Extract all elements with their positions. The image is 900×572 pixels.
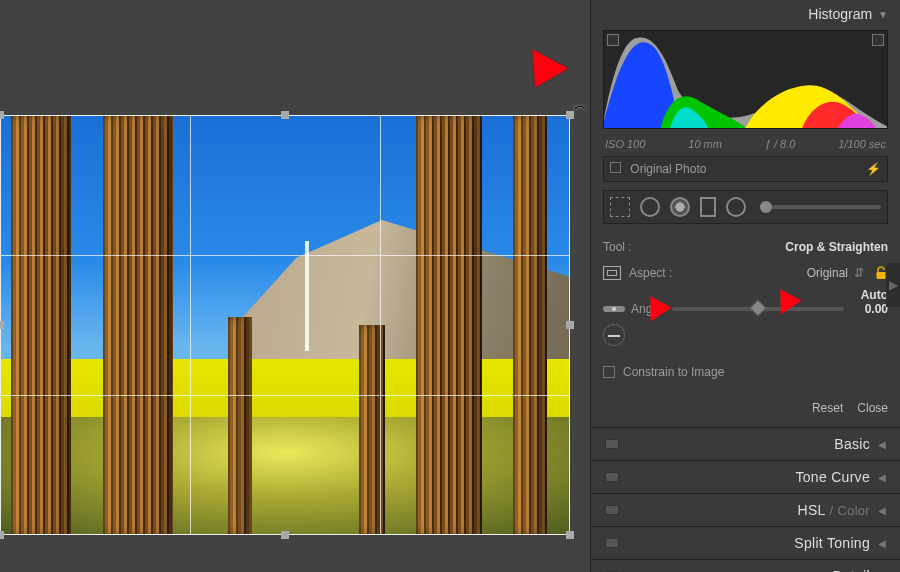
expand-icon: ◀ (878, 505, 886, 516)
crop-handle-tl[interactable] (0, 111, 4, 119)
histogram-title: Histogram (808, 6, 872, 22)
aspect-label: Aspect : (629, 266, 672, 280)
constrain-row[interactable]: Constrain to Image (603, 355, 888, 393)
constrain-label: Constrain to Image (623, 365, 724, 379)
tool-name: Crop & Straighten (785, 240, 888, 254)
panel-basic[interactable]: Basic ◀ (591, 427, 900, 460)
panel-split-toning[interactable]: Split Toning ◀ (591, 526, 900, 559)
angle-value[interactable]: 0.00 (854, 302, 888, 316)
local-tools-strip (603, 190, 888, 224)
panel-expand-grip[interactable]: ▶ (886, 263, 900, 307)
crop-handle-tr[interactable] (566, 111, 574, 119)
redeye-tool-icon[interactable] (670, 197, 690, 217)
panel-detail[interactable]: Detail ◀ (591, 559, 900, 572)
crop-handle-r[interactable] (566, 321, 574, 329)
angle-slider[interactable] (672, 307, 844, 311)
panel-hsl-color[interactable]: HSL / Color ◀ (591, 493, 900, 526)
panel-switch-icon[interactable] (605, 439, 619, 449)
spot-removal-icon[interactable] (640, 197, 660, 217)
radial-filter-icon[interactable] (726, 197, 746, 217)
crop-handle-t[interactable] (281, 111, 289, 119)
brush-size-slider[interactable] (760, 205, 881, 209)
meta-shutter: 1/100 sec (838, 138, 886, 150)
level-icon[interactable] (603, 303, 625, 315)
tool-label: Tool : (603, 240, 632, 254)
auto-button[interactable]: Auto (861, 288, 888, 302)
annotation-arrow (508, 50, 568, 115)
panel-tone-curve[interactable]: Tone Curve ◀ (591, 460, 900, 493)
aspect-switch-icon[interactable]: ⇵ (854, 266, 864, 280)
rotate-cursor-icon: ⤺ (574, 99, 586, 115)
expand-icon: ◀ (878, 439, 886, 450)
crop-handle-bl[interactable] (0, 531, 4, 539)
meta-iso: ISO 100 (605, 138, 645, 150)
svg-point-2 (612, 307, 616, 311)
close-button[interactable]: Close (857, 401, 888, 415)
original-photo-checkbox[interactable] (610, 162, 621, 173)
crop-frame[interactable]: ⤺ (0, 115, 570, 535)
constrain-checkbox[interactable] (603, 366, 615, 378)
aspect-value[interactable]: Original (807, 266, 848, 280)
right-panel: Histogram ▼ ISO 100 10 mm ƒ / 8.0 1/100 … (590, 0, 900, 572)
original-photo-row[interactable]: Original Photo ⚡ (603, 156, 888, 182)
aspect-icon[interactable] (603, 266, 621, 280)
shadow-clip-indicator[interactable] (607, 34, 619, 46)
reset-button[interactable]: Reset (812, 401, 843, 415)
collapse-icon: ▼ (878, 9, 888, 20)
panel-switch-icon[interactable] (605, 505, 619, 515)
meta-fstop: ƒ / 8.0 (765, 138, 796, 150)
expand-icon: ◀ (878, 538, 886, 549)
panel-switch-icon[interactable] (605, 472, 619, 482)
crop-border (0, 115, 570, 535)
crop-handle-l[interactable] (0, 321, 4, 329)
editor-canvas[interactable]: ⤺ (0, 0, 590, 572)
histogram-header[interactable]: Histogram ▼ (591, 0, 900, 26)
exif-meta: ISO 100 10 mm ƒ / 8.0 1/100 sec (591, 135, 900, 156)
panel-switch-icon[interactable] (605, 538, 619, 548)
crop-handle-b[interactable] (281, 531, 289, 539)
highlight-clip-indicator[interactable] (872, 34, 884, 46)
histogram-chart[interactable] (603, 30, 888, 129)
crop-tool-icon[interactable] (610, 197, 630, 217)
graduated-filter-icon[interactable] (700, 197, 716, 217)
angle-dial-icon[interactable] (603, 324, 625, 346)
expand-icon: ◀ (878, 472, 886, 483)
crop-handle-br[interactable] (566, 531, 574, 539)
svg-rect-0 (877, 272, 886, 279)
original-photo-label: Original Photo (630, 162, 706, 176)
flash-icon[interactable]: ⚡ (866, 162, 881, 176)
meta-focal: 10 mm (688, 138, 722, 150)
